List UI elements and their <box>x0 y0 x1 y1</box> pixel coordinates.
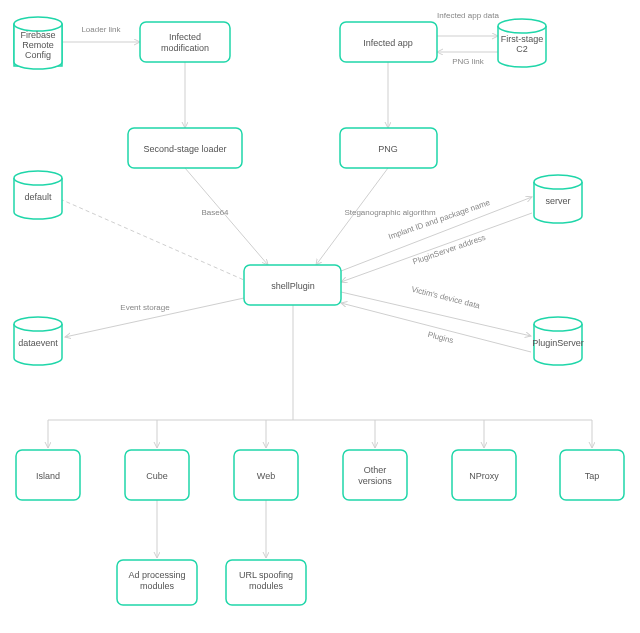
secondstage-label: Second-stage loader <box>143 144 226 154</box>
svg-point-3 <box>14 317 62 331</box>
cylinder-firebase: Firebase Remote Config <box>14 17 62 69</box>
edge-eventstore-label: Event storage <box>120 303 170 312</box>
svg-point-6 <box>534 317 582 331</box>
tap-label: Tap <box>585 471 600 481</box>
svg-point-4 <box>498 19 546 33</box>
edge-pnglink-label: PNG link <box>452 57 485 66</box>
infectedmod-label-2: modification <box>161 43 209 53</box>
firststage-label-1: First-stage <box>501 34 544 44</box>
svg-point-5 <box>534 175 582 189</box>
svg-rect-15 <box>343 450 407 500</box>
dataevent-label: dataevent <box>18 338 58 348</box>
node-infectedapp: Infected app <box>340 22 437 62</box>
edge-psaddr-label: PluginServer address <box>412 233 487 266</box>
svg-rect-7 <box>140 22 230 62</box>
firebase-label-3: Config <box>25 50 51 60</box>
node-tap: Tap <box>560 450 624 500</box>
node-infectedmod: Infected modification <box>140 22 230 62</box>
node-shellplugin: shellPlugin <box>244 265 341 305</box>
shellplugin-label: shellPlugin <box>271 281 315 291</box>
infectedapp-label: Infected app <box>363 38 413 48</box>
firststage-label-2: C2 <box>516 44 528 54</box>
firebase-label-1: Firebase <box>20 30 55 40</box>
firebase-label-2: Remote <box>22 40 54 50</box>
edge-plugins-label: Plugins <box>427 330 455 345</box>
edge-stego-label: Steganographic algorithm <box>344 208 436 217</box>
web-label: Web <box>257 471 275 481</box>
pluginserver-label: PluginServer <box>532 338 584 348</box>
urlspoof-label-1: URL spoofing <box>239 570 293 580</box>
edge-loaderlink-label: Loader link <box>81 25 121 34</box>
png-label: PNG <box>378 144 398 154</box>
cylinder-default: default <box>14 171 62 219</box>
cube-label: Cube <box>146 471 168 481</box>
node-otherver: Other versions <box>343 450 407 500</box>
node-png: PNG <box>340 128 437 168</box>
adproc-label-1: Ad processing <box>128 570 185 580</box>
cylinder-dataevent: dataevent <box>14 317 62 365</box>
cylinder-server: server <box>534 175 582 223</box>
cylinder-firststage: First-stage C2 <box>498 19 546 67</box>
node-island: Island <box>16 450 80 500</box>
default-label: default <box>24 192 52 202</box>
node-cube: Cube <box>125 450 189 500</box>
svg-point-1 <box>14 17 62 31</box>
edge-plugins <box>341 303 531 352</box>
otherver-label-2: versions <box>358 476 392 486</box>
node-adproc: Ad processing modules <box>117 560 197 605</box>
edge-infappdata-label1: Infected app data <box>437 11 499 20</box>
node-secondstage: Second-stage loader <box>128 128 242 168</box>
svg-point-2 <box>14 171 62 185</box>
node-web: Web <box>234 450 298 500</box>
adproc-label-2: modules <box>140 581 175 591</box>
otherver-label-1: Other <box>364 465 387 475</box>
cylinder-pluginserver: PluginServer <box>532 317 584 365</box>
edge-base64-label: Base64 <box>201 208 229 217</box>
island-label: Island <box>36 471 60 481</box>
server-label: server <box>545 196 570 206</box>
infectedmod-label-1: Infected <box>169 32 201 42</box>
urlspoof-label-2: modules <box>249 581 284 591</box>
node-nproxy: NProxy <box>452 450 516 500</box>
node-urlspoof: URL spoofing modules <box>226 560 306 605</box>
edge-victim-label: Victim's device data <box>410 285 481 311</box>
nproxy-label: NProxy <box>469 471 499 481</box>
